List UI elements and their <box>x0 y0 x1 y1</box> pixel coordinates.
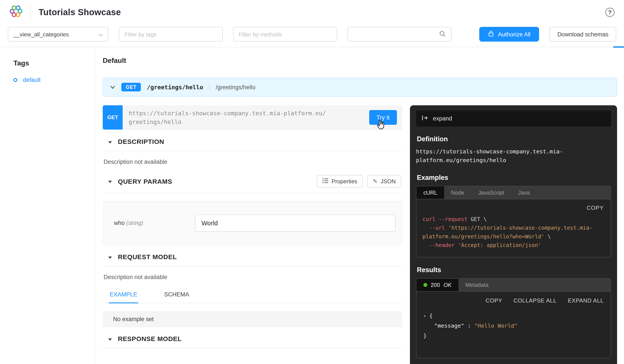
json-line-close: } <box>423 330 604 340</box>
copy-code-button[interactable]: COPY <box>422 201 604 215</box>
category-select[interactable]: __view_all_categories <box>8 27 108 42</box>
pencil-icon: ✎ <box>373 178 378 184</box>
download-schemas-label: Download schemas <box>557 31 608 37</box>
tab-java[interactable]: Java <box>511 186 537 199</box>
no-example-banner: No example set <box>103 311 402 327</box>
status-text: OK <box>443 282 452 288</box>
main-content: Default GET /greetings/hello /greetings/… <box>95 47 624 364</box>
list-icon <box>322 178 328 184</box>
copy-result-button[interactable]: COPY <box>486 297 502 304</box>
tab-schema[interactable]: SCHEMA <box>163 287 190 303</box>
results-card: 200 OK Metadata COPY COLLAPSE ALL EXPAND… <box>416 278 611 358</box>
section-caret-icon <box>108 335 112 342</box>
method-badge: GET <box>121 83 141 91</box>
request-model-body: Description not available <box>103 266 402 282</box>
chevron-down-icon <box>98 31 103 37</box>
examples-title: Examples <box>417 174 610 182</box>
examples-language-tabs: cURL Node JavaScript Java <box>416 186 611 199</box>
results-actions: COPY COLLAPSE ALL EXPAND ALL <box>416 291 611 305</box>
search-input[interactable] <box>353 31 436 37</box>
properties-label: Properties <box>332 178 357 184</box>
tags-sidebar: Tags default <box>0 47 95 364</box>
filter-tags-field <box>119 27 223 42</box>
json-label: JSON <box>381 178 396 184</box>
tab-node[interactable]: Node <box>444 186 471 199</box>
tab-javascript[interactable]: JavaScript <box>471 186 511 199</box>
request-url: https://tutorials-showcase-company.test.… <box>123 105 402 130</box>
status-dot-icon <box>423 283 427 287</box>
tab-status-200[interactable]: 200 OK <box>416 278 459 291</box>
request-model-section-header[interactable]: REQUEST MODEL <box>103 245 402 266</box>
code-line: --url 'https://tutorials-showcase-compan… <box>422 224 604 233</box>
results-tabs: 200 OK Metadata <box>416 278 611 291</box>
description-body: Description not available <box>103 151 402 167</box>
try-it-button[interactable]: Try It <box>369 110 397 125</box>
definition-url: https://tutorials-showcase-company.test.… <box>416 147 611 165</box>
filter-methods-input[interactable] <box>239 31 332 37</box>
page-title: Tutorials Showcase <box>39 7 121 17</box>
definition-title: Definition <box>417 135 610 143</box>
filters-toolbar: __view_all_categories Authorize All Down… <box>0 24 624 47</box>
status-code: 200 <box>431 282 440 288</box>
header-divider <box>30 6 31 19</box>
response-model-section-header[interactable]: RESPONSE MODEL <box>103 327 402 348</box>
sidebar-item-label: default <box>23 77 41 83</box>
download-schemas-button[interactable]: Download schemas <box>549 27 616 42</box>
properties-button[interactable]: Properties <box>317 175 363 187</box>
expand-icon <box>422 115 428 122</box>
filter-tags-input[interactable] <box>124 31 217 37</box>
description-title: DESCRIPTION <box>118 138 164 145</box>
collapse-all-button[interactable]: COLLAPSE ALL <box>514 297 557 304</box>
param-who-input[interactable] <box>195 214 396 232</box>
examples-code-card: cURL Node JavaScript Java COPY curl --re… <box>416 186 611 257</box>
response-model-title: RESPONSE MODEL <box>118 335 182 342</box>
json-collapse-caret-icon[interactable]: ▾ <box>423 313 426 319</box>
try-it-panel: expand Definition https://tutorials-show… <box>410 105 617 364</box>
json-line-message: "message" : "Hello World" <box>423 320 604 330</box>
tab-example[interactable]: EXAMPLE <box>109 287 138 303</box>
endpoint-path: /greetings/hello <box>147 84 203 91</box>
definition-url-line1: https://tutorials-showcase-company.test.… <box>416 147 611 156</box>
tab-metadata[interactable]: Metadata <box>459 278 495 291</box>
section-caret-icon <box>108 253 112 261</box>
query-params-section-header[interactable]: QUERY PARAMS Properties ✎ JSON <box>103 167 402 193</box>
authorize-all-label: Authorize All <box>498 31 530 37</box>
search-field <box>348 27 452 42</box>
query-params-title: QUERY PARAMS <box>118 178 172 185</box>
code-body: COPY curl --request GET \ --url 'https:/… <box>416 199 611 257</box>
endpoint-collapse-header[interactable]: GET /greetings/hello /greetings/hello <box>103 78 617 97</box>
page: Tutorials Showcase ? __view_all_categori… <box>0 0 624 364</box>
endpoint-body: GET https://tutorials-showcase-company.t… <box>103 97 617 364</box>
request-url-bar: GET https://tutorials-showcase-company.t… <box>103 105 402 130</box>
expand-all-button[interactable]: EXPAND ALL <box>568 297 604 304</box>
collapse-chevron-icon <box>110 83 115 91</box>
description-section-header[interactable]: DESCRIPTION <box>103 130 402 151</box>
query-param-row: who (string) <box>103 201 402 245</box>
sidebar-item-default[interactable]: default <box>13 77 95 83</box>
code-line: --header 'Accept: application/json' <box>422 241 604 250</box>
param-name: who <box>114 220 125 226</box>
param-type: (string) <box>126 220 143 226</box>
filter-methods-field <box>233 27 337 42</box>
result-json-viewer: ▾{ "message" : "Hello World" } <box>416 305 611 358</box>
expand-panel-button[interactable]: expand <box>416 110 611 127</box>
curl-snippet: curl --request GET \ --url 'https://tuto… <box>422 215 604 250</box>
request-url-line1: https://tutorials-showcase-company.test.… <box>129 109 364 118</box>
sidebar-title: Tags <box>13 59 95 67</box>
json-edit-button[interactable]: ✎ JSON <box>367 175 401 187</box>
query-params-actions: Properties ✎ JSON <box>317 175 401 187</box>
endpoint-name: /greetings/hello <box>216 84 256 90</box>
tab-curl[interactable]: cURL <box>416 186 444 199</box>
request-model-title: REQUEST MODEL <box>118 253 177 260</box>
request-url-line2: greetings/hello <box>129 118 364 127</box>
category-select-value: __view_all_categories <box>13 31 69 37</box>
content: Tags default Default GET /greetings/hell… <box>0 47 624 364</box>
definition-url-line2: platform.eu/greetings/hello <box>416 156 611 165</box>
code-line: platform.eu/greetings/hello?who=World' \ <box>422 233 604 241</box>
help-icon[interactable]: ? <box>605 8 615 17</box>
endpoint-detail-column: GET https://tutorials-showcase-company.t… <box>103 105 402 348</box>
section-caret-icon <box>108 138 112 145</box>
lock-icon <box>488 30 494 38</box>
request-method-badge: GET <box>103 105 123 130</box>
authorize-all-button[interactable]: Authorize All <box>479 27 539 42</box>
